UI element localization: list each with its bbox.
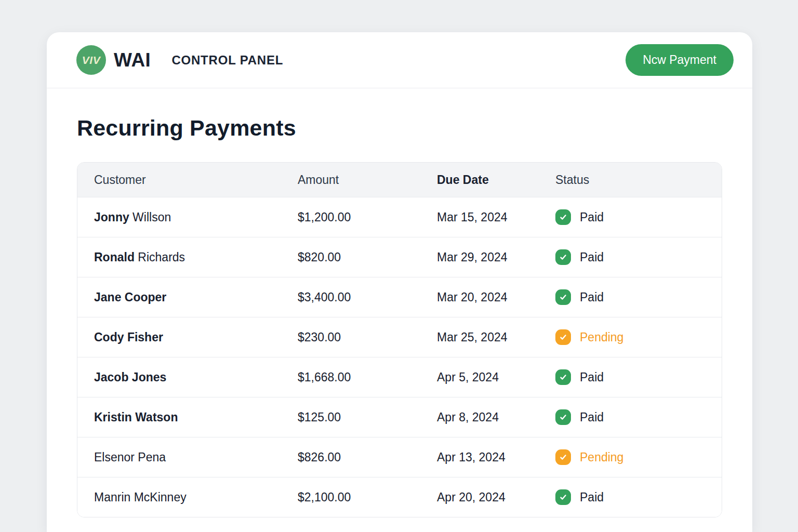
amount-cell: $2,100.00 — [298, 490, 437, 504]
status-badge: Pending — [580, 330, 623, 344]
check-icon — [555, 209, 571, 225]
page-title: Recurring Payments — [77, 115, 722, 141]
status-badge: Paid — [580, 370, 604, 384]
customer-cell: Manrin McKinney — [94, 490, 298, 504]
payments-table: Customer Amount Due Date Status Jonny Wi… — [77, 162, 722, 517]
top-bar: VIV WAI CONTROL PANEL Ncw Payment — [47, 32, 752, 88]
table-header-row: Customer Amount Due Date Status — [77, 163, 722, 197]
customer-name-rest: Richards — [135, 250, 185, 264]
status-badge: Paid — [580, 290, 604, 304]
control-panel-card: VIV WAI CONTROL PANEL Ncw Payment Recurr… — [47, 32, 752, 532]
check-icon — [555, 449, 571, 465]
check-icon — [555, 329, 571, 345]
customer-cell: Jacob Jones — [94, 370, 298, 384]
check-icon — [555, 369, 571, 385]
due-date-cell: Apr 20, 2024 — [437, 490, 555, 504]
status-cell: Paid — [555, 489, 722, 505]
amount-cell: $230.00 — [298, 330, 437, 344]
wai-logo-icon: VIV — [76, 45, 106, 75]
due-date-cell: Mar 25, 2024 — [437, 330, 555, 344]
check-icon — [555, 489, 571, 505]
due-date-cell: Apr 8, 2024 — [437, 410, 555, 424]
customer-name-bold: Cody Fisher — [94, 330, 163, 344]
due-date-cell: Apr 5, 2024 — [437, 370, 555, 384]
due-date-cell: Mar 20, 2024 — [437, 290, 555, 304]
customer-name-bold: Jonny — [94, 210, 129, 224]
table-row[interactable]: Ronald Richards $820.00 Mar 29, 2024 Pai… — [77, 237, 722, 277]
column-header-amount: Amount — [298, 173, 437, 187]
amount-cell: $1,200.00 — [298, 210, 437, 224]
table-row[interactable]: Jonny Willson $1,200.00 Mar 15, 2024 Pai… — [77, 197, 722, 237]
status-badge: Paid — [580, 210, 604, 224]
customer-cell: Jane Cooper — [94, 290, 298, 304]
customer-cell: Kristin Watson — [94, 410, 298, 424]
due-date-cell: Apr 13, 2024 — [437, 450, 555, 464]
check-icon — [555, 289, 571, 305]
status-cell: Pending — [555, 449, 722, 465]
status-cell: Paid — [555, 369, 722, 385]
customer-name-bold: Jacob Jones — [94, 370, 166, 384]
table-row[interactable]: Elsenor Pena $826.00 Apr 13, 2024 Pendin… — [77, 437, 722, 477]
amount-cell: $1,668.00 — [298, 370, 437, 384]
customer-cell: Elsenor Pena — [94, 450, 298, 464]
column-header-due-date: Due Date — [437, 173, 555, 187]
control-panel-label: CONTROL PANEL — [171, 53, 283, 68]
amount-cell: $3,400.00 — [298, 290, 437, 304]
customer-cell: Cody Fisher — [94, 330, 298, 344]
status-cell: Paid — [555, 209, 722, 225]
customer-cell: Ronald Richards — [94, 250, 298, 264]
table-row[interactable]: Kristin Watson $125.00 Apr 8, 2024 Paid — [77, 397, 722, 437]
amount-cell: $125.00 — [298, 410, 437, 424]
amount-cell: $826.00 — [298, 450, 437, 464]
column-header-customer: Customer — [94, 173, 298, 187]
check-icon — [555, 409, 571, 425]
status-cell: Paid — [555, 409, 722, 425]
new-payment-button[interactable]: Ncw Payment — [626, 44, 734, 76]
table-row[interactable]: Cody Fisher $230.00 Mar 25, 2024 Pending — [77, 317, 722, 357]
due-date-cell: Mar 15, 2024 — [437, 210, 555, 224]
customer-name-bold: Ronald — [94, 250, 135, 264]
brand-name: WAI — [114, 49, 151, 71]
status-badge: Pending — [580, 450, 623, 464]
status-badge: Paid — [580, 410, 604, 424]
table-body: Jonny Willson $1,200.00 Mar 15, 2024 Pai… — [77, 197, 722, 517]
status-cell: Paid — [555, 289, 722, 305]
check-icon — [555, 249, 571, 265]
logo-monogram: VIV — [82, 54, 100, 66]
customer-name-rest: Manrin McKinney — [94, 490, 187, 504]
amount-cell: $820.00 — [298, 250, 437, 264]
customer-name-bold: Jane Cooper — [94, 290, 166, 304]
status-badge: Paid — [580, 490, 604, 504]
table-row[interactable]: Manrin McKinney $2,100.00 Apr 20, 2024 P… — [77, 477, 722, 517]
column-header-status: Status — [555, 173, 722, 187]
customer-cell: Jonny Willson — [94, 210, 298, 224]
status-badge: Paid — [580, 250, 604, 264]
customer-name-rest: Elsenor Pena — [94, 450, 166, 464]
due-date-cell: Mar 29, 2024 — [437, 250, 555, 264]
table-row[interactable]: Jacob Jones $1,668.00 Apr 5, 2024 Paid — [77, 357, 722, 397]
status-cell: Pending — [555, 329, 722, 345]
customer-name-rest: Willson — [129, 210, 171, 224]
status-cell: Paid — [555, 249, 722, 265]
table-row[interactable]: Jane Cooper $3,400.00 Mar 20, 2024 Paid — [77, 277, 722, 317]
main-content: Recurring Payments Customer Amount Due D… — [47, 88, 752, 517]
customer-name-bold: Kristin Watson — [94, 410, 178, 424]
